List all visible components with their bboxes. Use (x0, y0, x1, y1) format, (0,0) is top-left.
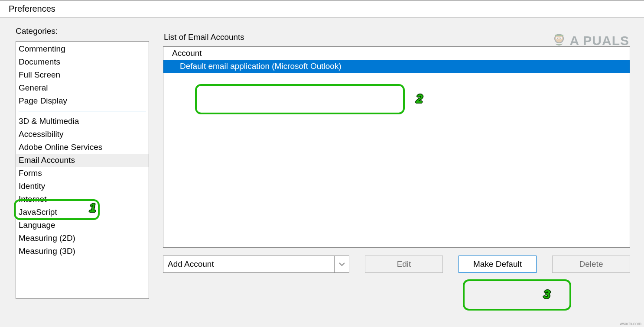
category-measuring-2d[interactable]: Measuring (2D) (16, 232, 149, 245)
category-commenting[interactable]: Commenting (16, 42, 149, 55)
add-account-dropdown[interactable]: Add Account (163, 256, 349, 273)
make-default-button-label: Make Default (473, 259, 522, 269)
edit-button-label: Edit (397, 259, 411, 269)
category-general[interactable]: General (16, 81, 149, 94)
category-documents[interactable]: Documents (16, 55, 149, 68)
category-3d-multimedia[interactable]: 3D & Multimedia (16, 115, 149, 128)
category-page-display[interactable]: Page Display (16, 94, 149, 107)
category-full-screen[interactable]: Full Screen (16, 68, 149, 81)
category-divider (19, 111, 146, 111)
category-accessibility[interactable]: Accessibility (16, 128, 149, 141)
categories-section: Categories: Commenting Documents Full Sc… (16, 26, 149, 299)
title-text: Preferences (9, 4, 55, 13)
delete-button-label: Delete (579, 259, 603, 269)
category-language[interactable]: Language (16, 219, 149, 232)
attribution-text: wsxdn.com (620, 321, 641, 326)
accounts-column-header: Account (163, 47, 630, 60)
categories-list[interactable]: Commenting Documents Full Screen General… (16, 41, 149, 299)
account-row-default[interactable]: Default email application (Microsoft Out… (163, 60, 630, 73)
category-identity[interactable]: Identity (16, 180, 149, 193)
category-internet[interactable]: Internet (16, 193, 149, 206)
main-panel: List of Email Accounts Account Default e… (163, 26, 644, 299)
content-area: Categories: Commenting Documents Full Sc… (0, 18, 644, 299)
chevron-down-icon (334, 256, 349, 272)
dropdown-label: Add Account (163, 257, 334, 272)
category-adobe-online[interactable]: Adobe Online Services (16, 141, 149, 154)
category-email-accounts[interactable]: Email Accounts (16, 154, 149, 167)
categories-heading: Categories: (16, 26, 149, 36)
category-forms[interactable]: Forms (16, 167, 149, 180)
category-measuring-3d[interactable]: Measuring (3D) (16, 245, 149, 258)
edit-button[interactable]: Edit (365, 256, 443, 273)
delete-button[interactable]: Delete (552, 256, 630, 273)
section-title: List of Email Accounts (163, 32, 644, 42)
window-title: Preferences (0, 0, 644, 18)
bottom-controls: Add Account Edit Make Default Delete (163, 256, 630, 273)
accounts-listbox[interactable]: Account Default email application (Micro… (163, 46, 630, 248)
make-default-button[interactable]: Make Default (459, 256, 537, 273)
category-javascript[interactable]: JavaScript (16, 206, 149, 219)
